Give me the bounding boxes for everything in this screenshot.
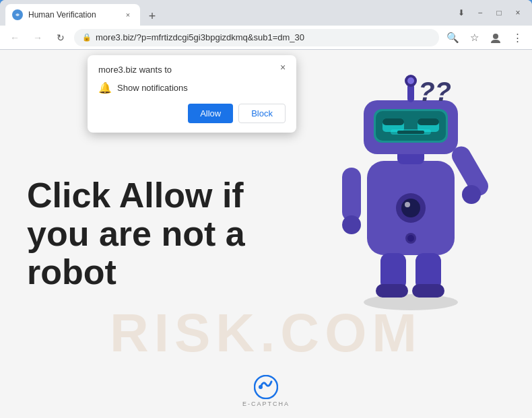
robot-illustration: ??: [330, 63, 519, 333]
maximize-button[interactable]: □: [490, 4, 508, 22]
svg-point-6: [462, 185, 481, 204]
tab-close-button[interactable]: ×: [123, 9, 133, 20]
svg-point-9: [401, 199, 420, 217]
svg-point-12: [407, 235, 414, 242]
question-marks: ??: [418, 77, 451, 107]
ecaptcha-logo-area: E-CAPTCHA: [242, 375, 290, 407]
allow-button[interactable]: Allow: [188, 104, 233, 123]
webpage: × more3.biz wants to 🔔 Show notification…: [0, 50, 532, 418]
svg-rect-20: [418, 118, 439, 125]
ecaptcha-text: E-CAPTCHA: [242, 400, 290, 407]
search-icon[interactable]: 🔍: [443, 28, 462, 47]
close-window-button[interactable]: ×: [509, 4, 527, 22]
tab-title: Human Verification: [28, 10, 117, 20]
address-bar: ← → ↻ 🔒 more3.biz/?p=mfrtizdcgi5gi3bpgiz…: [0, 26, 532, 50]
popup-notification-row: 🔔 Show notifications: [98, 81, 286, 94]
url-text: more3.biz/?p=mfrtizdcgi5gi3bpgizdkmq&sub…: [96, 32, 431, 42]
menu-icon[interactable]: ⋮: [508, 28, 527, 47]
refresh-button[interactable]: ↻: [51, 28, 70, 47]
main-heading: Click Allow if you are not a robot: [27, 176, 263, 292]
block-button[interactable]: Block: [238, 104, 286, 123]
svg-rect-29: [412, 284, 444, 298]
bell-icon: 🔔: [98, 81, 112, 94]
bookmark-icon[interactable]: ☆: [465, 28, 484, 47]
svg-rect-28: [376, 284, 408, 298]
new-tab-button[interactable]: +: [143, 7, 162, 26]
browser-window: Human Verification × + ⬇ − □ × ← → ↻ 🔒 m…: [0, 0, 532, 418]
svg-point-4: [342, 215, 361, 234]
tab-area: Human Verification × +: [5, 0, 447, 26]
address-input[interactable]: 🔒 more3.biz/?p=mfrtizdcgi5gi3bpgizdkmq&s…: [74, 29, 439, 46]
svg-point-30: [255, 376, 277, 398]
back-button[interactable]: ←: [5, 28, 24, 47]
lock-icon: 🔒: [82, 33, 92, 42]
minimize-button[interactable]: −: [471, 4, 489, 22]
svg-rect-18: [383, 118, 404, 125]
svg-point-31: [259, 385, 263, 389]
svg-point-10: [405, 202, 410, 207]
svg-rect-3: [342, 168, 361, 221]
svg-rect-22: [397, 131, 424, 134]
popup-title: more3.biz wants to: [98, 65, 286, 75]
window-controls: ⬇ − □ ×: [453, 4, 527, 22]
popup-close-button[interactable]: ×: [276, 61, 290, 74]
tab-favicon: [12, 9, 23, 20]
robot-svg: [330, 63, 492, 312]
profile-icon[interactable]: [486, 28, 505, 47]
toolbar-icons: 🔍 ☆ ⋮: [443, 28, 527, 47]
download-icon[interactable]: ⬇: [453, 4, 470, 22]
svg-point-1: [493, 34, 498, 39]
ecaptcha-logo: [254, 375, 278, 399]
svg-point-25: [407, 77, 414, 84]
active-tab: Human Verification ×: [5, 4, 140, 26]
popup-notification-text: Show notifications: [117, 83, 188, 93]
title-bar: Human Verification × + ⬇ − □ ×: [0, 0, 532, 26]
watermark-text: RISK.COM: [110, 302, 422, 364]
forward-button[interactable]: →: [28, 28, 47, 47]
notification-popup: × more3.biz wants to 🔔 Show notification…: [88, 55, 296, 133]
popup-buttons: Allow Block: [98, 104, 286, 123]
